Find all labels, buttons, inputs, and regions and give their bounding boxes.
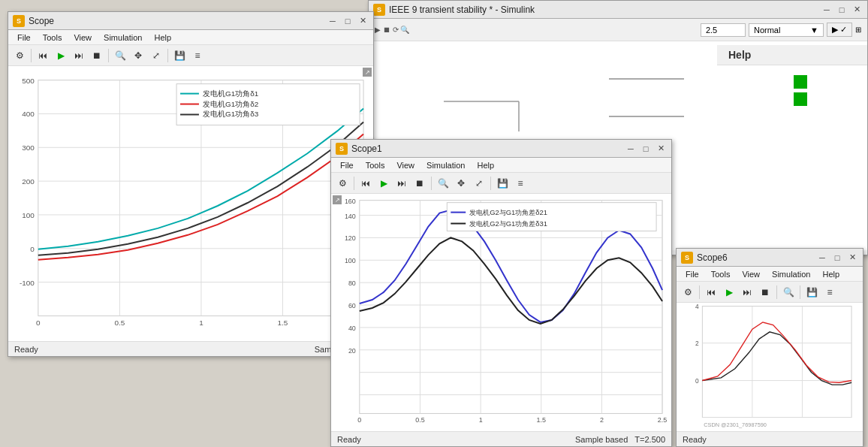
scope1-close[interactable]: ✕ bbox=[655, 143, 667, 155]
scope1-tb-params[interactable]: ≡ bbox=[512, 175, 529, 192]
scope-main-minimize[interactable]: ─ bbox=[327, 15, 339, 27]
scope1-menu-view[interactable]: View bbox=[390, 160, 420, 171]
scope6-tb-play[interactable]: ▶ bbox=[721, 284, 737, 301]
tb-stop[interactable]: ⏹ bbox=[89, 47, 105, 64]
scope6-menu-file[interactable]: File bbox=[680, 269, 705, 279]
plot1-expand-btn[interactable]: ↗ bbox=[333, 195, 342, 204]
scope6-maximize[interactable]: □ bbox=[831, 252, 843, 264]
svg-text:140: 140 bbox=[345, 213, 356, 220]
tb-play[interactable]: ▶ bbox=[53, 47, 69, 64]
scope6-window: S Scope6 ─ □ ✕ File Tools View Simulatio… bbox=[676, 248, 863, 447]
scope-main-title-bar[interactable]: S Scope ─ □ ✕ bbox=[8, 12, 373, 30]
tb-zoom[interactable]: 🔍 bbox=[112, 47, 128, 64]
svg-text:发电机G1功角δ3: 发电机G1功角δ3 bbox=[203, 110, 259, 118]
tb-autoscale[interactable]: ⤢ bbox=[148, 47, 164, 64]
scope6-menu-help[interactable]: Help bbox=[816, 269, 845, 279]
scope6-tb-step[interactable]: ⏭ bbox=[739, 284, 755, 301]
scope6-status: Ready bbox=[677, 431, 863, 446]
scope1-minimize[interactable]: ─ bbox=[625, 143, 637, 155]
svg-text:60: 60 bbox=[348, 302, 356, 310]
zoom-value: 2.5 bbox=[706, 26, 717, 35]
scope6-controls[interactable]: ─ □ ✕ bbox=[816, 252, 858, 264]
scope-main-close[interactable]: ✕ bbox=[357, 15, 369, 27]
mode-field[interactable]: Normal ▼ bbox=[749, 23, 824, 37]
scope6-close[interactable]: ✕ bbox=[846, 252, 858, 264]
svg-text:0: 0 bbox=[36, 319, 41, 327]
svg-text:2: 2 bbox=[695, 340, 699, 347]
scope1-tb-save[interactable]: 💾 bbox=[494, 175, 511, 192]
svg-text:0: 0 bbox=[30, 245, 35, 253]
scope6-tb-rewind[interactable]: ⏮ bbox=[703, 284, 719, 301]
scope6-tb-save[interactable]: 💾 bbox=[803, 284, 820, 301]
tb-params[interactable]: ≡ bbox=[189, 47, 206, 64]
scope1-tb-rewind[interactable]: ⏮ bbox=[357, 175, 374, 192]
scope-main-status: Ready Sample based bbox=[8, 341, 373, 356]
scope-main-maximize[interactable]: □ bbox=[342, 15, 354, 27]
scope1-tb-autoscale[interactable]: ⤢ bbox=[471, 175, 487, 192]
scope6-tb-sep3 bbox=[800, 285, 800, 299]
menu-simulation[interactable]: Simulation bbox=[98, 32, 148, 43]
zoom-field[interactable]: 2.5 bbox=[701, 23, 746, 37]
scope1-tb-play[interactable]: ▶ bbox=[375, 175, 392, 192]
scope1-tb-pan[interactable]: ✥ bbox=[453, 175, 469, 192]
simulink-title: IEEE 9 transient stability * - Simulink bbox=[389, 5, 821, 15]
scope6-tb-stop[interactable]: ⏹ bbox=[757, 284, 773, 301]
scope6-minimize[interactable]: ─ bbox=[816, 252, 828, 264]
scope1-maximize[interactable]: □ bbox=[640, 143, 652, 155]
scope1-menu-help[interactable]: Help bbox=[471, 160, 500, 171]
scope6-status-text: Ready bbox=[683, 435, 707, 444]
simulink-minimize[interactable]: ─ bbox=[821, 4, 833, 16]
svg-text:1: 1 bbox=[199, 319, 203, 327]
svg-text:1.5: 1.5 bbox=[278, 319, 288, 327]
scope6-menu-simulation[interactable]: Simulation bbox=[766, 269, 816, 279]
run-button[interactable]: ▶ ✓ bbox=[827, 23, 852, 37]
scope1-title-bar[interactable]: S Scope1 ─ □ ✕ bbox=[331, 140, 671, 158]
tb-save[interactable]: 💾 bbox=[171, 47, 188, 64]
scope1-menu-file[interactable]: File bbox=[334, 160, 360, 171]
tb-rewind[interactable]: ⏮ bbox=[35, 47, 51, 64]
plot-expand-btn[interactable]: ↗ bbox=[363, 68, 372, 77]
tb-sep3 bbox=[167, 49, 168, 62]
scope1-tb-settings[interactable]: ⚙ bbox=[334, 175, 351, 192]
tb-step[interactable]: ⏭ bbox=[71, 47, 87, 64]
simulink-title-bar[interactable]: S IEEE 9 transient stability * - Simulin… bbox=[369, 1, 867, 19]
scope6-tb-params[interactable]: ≡ bbox=[821, 284, 838, 301]
scope1-status: Ready Sample based T=2.500 bbox=[331, 431, 671, 446]
scope1-status-right: Sample based T=2.500 bbox=[575, 435, 665, 444]
scope1-menu-tools[interactable]: Tools bbox=[360, 160, 391, 171]
svg-text:2: 2 bbox=[600, 416, 604, 424]
scope1-menu-simulation[interactable]: Simulation bbox=[420, 160, 471, 171]
simulink-toolbar-left: ▶ ⏹ ⟳ 🔍 bbox=[375, 26, 409, 34]
svg-text:40: 40 bbox=[348, 325, 356, 332]
scope1-svg: 160 140 120 100 80 60 40 20 0 0.5 1 1.5 … bbox=[331, 194, 671, 431]
scope6-tb-zoom[interactable]: 🔍 bbox=[780, 284, 797, 301]
svg-text:200: 200 bbox=[22, 177, 35, 186]
tb-pan[interactable]: ✥ bbox=[130, 47, 146, 64]
menu-file[interactable]: File bbox=[11, 32, 37, 43]
scope1-tb-zoom[interactable]: 🔍 bbox=[435, 175, 451, 192]
simulink-close[interactable]: ✕ bbox=[851, 4, 863, 16]
simulink-toolbar-right: 2.5 Normal ▼ ▶ ✓ ⊞ bbox=[701, 23, 861, 37]
scope-main-controls[interactable]: ─ □ ✕ bbox=[327, 15, 369, 27]
menu-view[interactable]: View bbox=[68, 32, 98, 43]
scope1-status-text: Ready bbox=[337, 435, 361, 444]
scope1-controls[interactable]: ─ □ ✕ bbox=[625, 143, 667, 155]
simulink-maximize[interactable]: □ bbox=[836, 4, 848, 16]
scope6-title-bar[interactable]: S Scope6 ─ □ ✕ bbox=[677, 249, 863, 267]
scope1-tb-stop[interactable]: ⏹ bbox=[411, 175, 428, 192]
svg-text:100: 100 bbox=[345, 257, 356, 264]
svg-text:发电机G1功角δ1: 发电机G1功角δ1 bbox=[203, 89, 259, 98]
tb-settings[interactable]: ⚙ bbox=[11, 47, 28, 64]
svg-text:-100: -100 bbox=[20, 279, 35, 287]
scope6-menu-tools[interactable]: Tools bbox=[705, 269, 737, 279]
menu-help[interactable]: Help bbox=[148, 32, 177, 43]
simulink-controls[interactable]: ─ □ ✕ bbox=[821, 4, 863, 16]
menu-tools[interactable]: Tools bbox=[37, 32, 68, 43]
scope1-tb-sep1 bbox=[354, 177, 354, 190]
scope1-tb-step[interactable]: ⏭ bbox=[393, 175, 410, 192]
svg-text:500: 500 bbox=[22, 77, 35, 85]
svg-text:120: 120 bbox=[345, 234, 356, 242]
svg-text:160: 160 bbox=[345, 198, 356, 205]
scope6-tb-settings[interactable]: ⚙ bbox=[680, 284, 696, 301]
scope6-menu-view[interactable]: View bbox=[736, 269, 766, 279]
